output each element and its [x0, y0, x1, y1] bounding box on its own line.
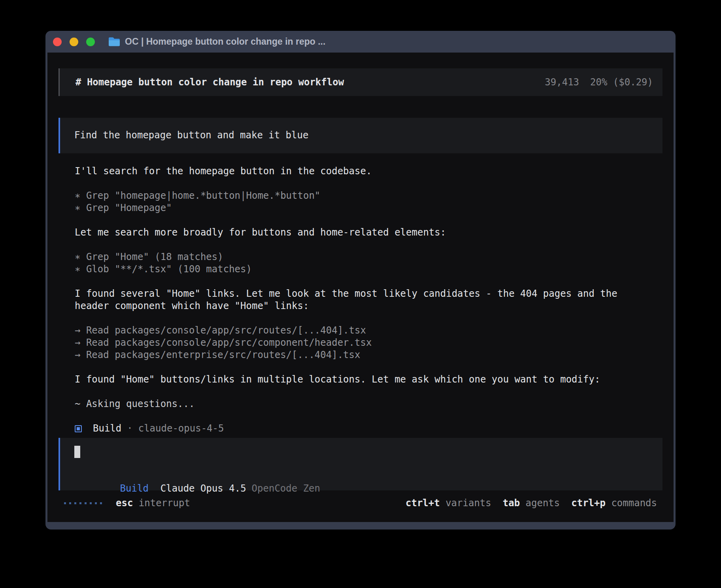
- interrupt-hint-group: esc interrupt: [116, 497, 190, 509]
- tool-call-line: ∗ Grep "Homepage": [75, 202, 662, 214]
- folder-icon: [108, 37, 120, 47]
- spinner-dots: [64, 502, 102, 504]
- shortcut-hint-agents: tab agents: [503, 497, 560, 509]
- agent-mode-label: Build: [120, 483, 149, 494]
- shortcut-key: ctrl+p: [571, 498, 606, 509]
- shortcut-hint-variants: ctrl+t variants: [406, 497, 491, 509]
- assistant-text-line: I found several "Home" links. Let me loo…: [75, 288, 662, 300]
- text-cursor: [74, 446, 80, 458]
- agent-badge-row: Build·claude-opus-4-5: [75, 422, 662, 435]
- input-line[interactable]: [74, 446, 647, 458]
- context-usage: 20% ($0.29): [590, 76, 653, 89]
- window-titlebar: OC | Homepage button color change in rep…: [45, 31, 676, 53]
- tool-call-line: ∗ Grep "homepage|home.*button|Home.*butt…: [75, 190, 662, 202]
- file-read-line: → Read packages/enterprise/src/routes/[.…: [75, 349, 662, 361]
- session-header: # Homepage button color change in repo w…: [59, 68, 662, 96]
- spinner-dot: [79, 502, 81, 504]
- spinner-dot: [64, 502, 66, 504]
- tool-call-line: ∗ Grep "Home" (18 matches): [75, 251, 662, 263]
- conversation: I'll search for the homepage button in t…: [75, 165, 662, 435]
- model-name: claude-opus-4-5: [138, 422, 224, 435]
- input-provider-name: OpenCode Zen: [252, 483, 320, 494]
- model-info-line: BuildClaude Opus 4.5OpenCode Zen: [74, 470, 647, 482]
- shortcut-label: variants: [440, 498, 491, 509]
- spinner-dot: [95, 502, 97, 504]
- spinner-dot: [74, 502, 76, 504]
- input-model-name: Claude Opus 4.5: [160, 483, 246, 494]
- window-bottom-edge: [45, 522, 676, 530]
- tool-call-line: ∗ Glob "**/*.tsx" (100 matches): [75, 263, 662, 275]
- status-bar-right: ctrl+t variantstab agentsctrl+p commands: [406, 497, 657, 509]
- session-title: # Homepage button color change in repo w…: [75, 76, 344, 89]
- agent-name: Build: [93, 422, 121, 435]
- file-read-line: → Read packages/console/app/src/componen…: [75, 337, 662, 349]
- terminal-window: OC | Homepage button color change in rep…: [45, 31, 676, 530]
- session-stats: 39,413 20% ($0.29): [545, 76, 653, 89]
- spinner-dot: [69, 502, 71, 504]
- status-line: ~ Asking questions...: [75, 398, 662, 410]
- minimize-button[interactable]: [70, 38, 78, 46]
- shortcut-key: tab: [503, 498, 520, 509]
- shortcut-key: esc: [116, 498, 133, 509]
- maximize-button[interactable]: [86, 38, 95, 46]
- agent-build-icon: [75, 425, 82, 432]
- status-bar: esc interrupt ctrl+t variantstab agentsc…: [59, 497, 662, 509]
- file-read-line: → Read packages/console/app/src/routes/[…: [75, 324, 662, 337]
- shortcut-hint-commands: ctrl+p commands: [571, 497, 657, 509]
- spinner-dot: [100, 502, 102, 504]
- separator-dot: ·: [127, 422, 132, 435]
- shortcut-label: commands: [606, 498, 657, 509]
- traffic-lights: [53, 38, 95, 46]
- terminal-content: # Homepage button color change in repo w…: [47, 53, 674, 522]
- shortcut-label: interrupt: [133, 498, 190, 509]
- token-count: 39,413: [545, 76, 579, 89]
- shortcut-label: agents: [520, 498, 560, 509]
- window-title: OC | Homepage button color change in rep…: [125, 36, 325, 47]
- assistant-text-line: I'll search for the homepage button in t…: [75, 165, 662, 177]
- assistant-text-line: I found "Home" buttons/links in multiple…: [75, 373, 662, 386]
- close-button[interactable]: [53, 38, 62, 46]
- prompt-input[interactable]: BuildClaude Opus 4.5OpenCode Zen: [59, 438, 662, 490]
- assistant-text-line: Let me search more broadly for buttons a…: [75, 226, 662, 239]
- spinner-dot: [85, 502, 87, 504]
- user-message: Find the homepage button and make it blu…: [59, 118, 662, 153]
- status-bar-left: esc interrupt: [64, 497, 190, 509]
- shortcut-key: ctrl+t: [406, 498, 440, 509]
- shortcut-hint-interrupt: esc interrupt: [116, 497, 190, 509]
- spinner-dot: [90, 502, 92, 504]
- assistant-text-line: header component which have "Home" links…: [75, 300, 662, 312]
